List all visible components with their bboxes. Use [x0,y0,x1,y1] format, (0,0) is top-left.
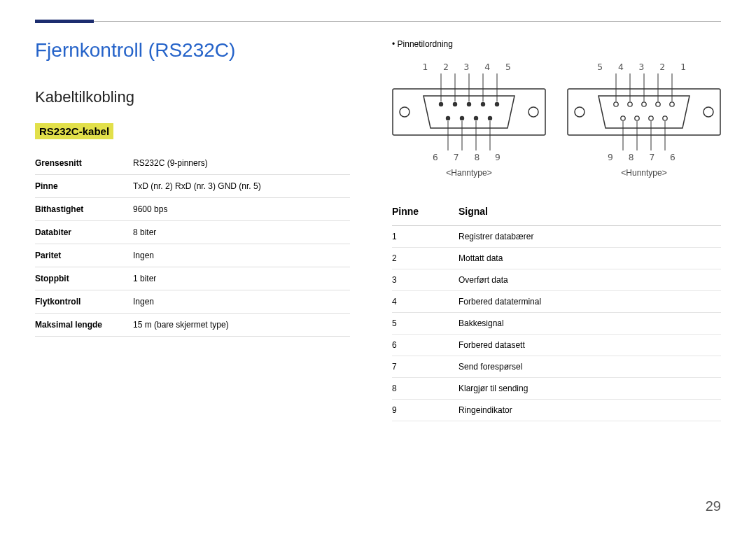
pin-number: 2 [392,248,458,269]
signal-value: Ringeindikator [458,400,721,421]
table-row: 7Send forespørsel [392,356,721,378]
spec-value: 9600 bps [133,198,350,221]
spec-value: Ingen [133,290,350,314]
section-label: RS232C-kabel [35,123,113,139]
svg-point-2 [528,107,538,117]
signal-value: Forbered datasett [458,335,721,356]
table-row: 9Ringeindikator [392,400,721,421]
connector-diagrams: 1 2 3 4 5 6 7 8 9 <Hanntyp [392,62,721,178]
spec-label: Maksimal lengde [35,314,133,337]
table-row: FlytkontrollIngen [35,290,350,314]
table-row: 4Forbered dataterminal [392,291,721,313]
pin-number: 7 [392,356,458,378]
signal-value: Mottatt data [458,248,721,269]
table-row: ParitetIngen [35,244,350,267]
svg-point-22 [575,107,584,117]
left-column: Fjernkontroll (RS232C) Kabeltilkobling R… [35,39,350,421]
signal-value: Klargjør til sending [458,378,721,400]
table-row: 3Overført data [392,269,721,291]
male-connector: 1 2 3 4 5 6 7 8 9 <Hanntyp [392,62,546,178]
svg-point-32 [663,116,667,120]
right-column: Pinnetilordning 1 2 3 4 5 [392,39,721,421]
signal-value: Forbered dataterminal [458,291,721,313]
svg-point-4 [453,102,457,106]
svg-point-7 [495,102,499,106]
pin-number: 5 [392,313,458,335]
svg-point-29 [621,116,625,120]
sub-title: Kabeltilkobling [35,88,350,106]
pin-number: 6 [392,335,458,356]
spec-label: Bithastighet [35,198,133,221]
spec-value: 8 biter [133,221,350,244]
table-row: 6Forbered datasett [392,335,721,356]
spec-value: 15 m (bare skjermet type) [133,314,350,337]
svg-point-10 [474,116,478,120]
header-accent-bar [35,20,94,23]
spec-label: Databiter [35,221,133,244]
signal-value: Registrer databærer [458,226,721,248]
svg-point-3 [439,102,443,106]
page-number: 29 [706,498,721,514]
svg-point-24 [614,102,618,106]
pin-signal-table: Pinne Signal 1Registrer databærer2Mottat… [392,199,721,421]
svg-point-25 [628,102,632,106]
spec-value: RS232C (9-pinners) [133,152,350,175]
table-row: Bithastighet9600 bps [35,198,350,221]
table-row: Databiter8 biter [35,221,350,244]
table-row: Maksimal lengde15 m (bare skjermet type) [35,314,350,337]
spec-label: Paritet [35,244,133,267]
spec-value: TxD (nr. 2) RxD (nr. 3) GND (nr. 5) [133,175,350,198]
spec-label: Pinne [35,175,133,198]
spec-label: Grensesnitt [35,152,133,175]
male-caption: <Hanntype> [392,168,546,178]
female-caption: <Hunntype> [567,168,721,178]
male-connector-svg [392,73,546,150]
svg-point-26 [642,102,646,106]
table-row: 2Mottatt data [392,248,721,269]
spec-label: Flytkontroll [35,290,133,314]
spec-label: Stoppbit [35,267,133,290]
signal-value: Send forespørsel [458,356,721,378]
spec-value: Ingen [133,244,350,267]
table-row: 5Bakkesignal [392,313,721,335]
female-bottom-pins: 9 8 7 6 [567,152,721,162]
male-top-pins: 1 2 3 4 5 [392,62,546,72]
pin-header: Pinne [392,199,458,226]
header-rule [35,21,721,22]
pin-number: 1 [392,226,458,248]
pin-number: 9 [392,400,458,421]
signal-value: Bakkesignal [458,313,721,335]
svg-point-8 [446,116,450,120]
pin-number: 8 [392,378,458,400]
female-top-pins: 5 4 3 2 1 [567,62,721,72]
bullet-heading: Pinnetilordning [392,39,721,49]
table-row: Stoppbit1 biter [35,267,350,290]
table-row: 8Klargjør til sending [392,378,721,400]
table-row: GrensesnittRS232C (9-pinners) [35,152,350,175]
female-connector: 5 4 3 2 1 9 8 7 6 <Hunntyp [567,62,721,178]
svg-point-30 [635,116,639,120]
signal-header: Signal [458,199,721,226]
svg-point-5 [467,102,471,106]
female-connector-svg [567,73,721,150]
spec-table: GrensesnittRS232C (9-pinners)PinneTxD (n… [35,152,350,337]
table-row: 1Registrer databærer [392,226,721,248]
svg-point-23 [704,107,713,117]
pin-number: 3 [392,269,458,291]
svg-point-1 [400,107,410,117]
spec-value: 1 biter [133,267,350,290]
pin-number: 4 [392,291,458,313]
table-row: PinneTxD (nr. 2) RxD (nr. 3) GND (nr. 5) [35,175,350,198]
male-bottom-pins: 6 7 8 9 [392,152,546,162]
signal-value: Overført data [458,269,721,291]
svg-point-28 [670,102,674,106]
svg-point-27 [656,102,660,106]
main-title: Fjernkontroll (RS232C) [35,39,350,62]
svg-point-11 [488,116,492,120]
svg-point-9 [460,116,464,120]
svg-point-6 [481,102,485,106]
svg-point-31 [649,116,653,120]
